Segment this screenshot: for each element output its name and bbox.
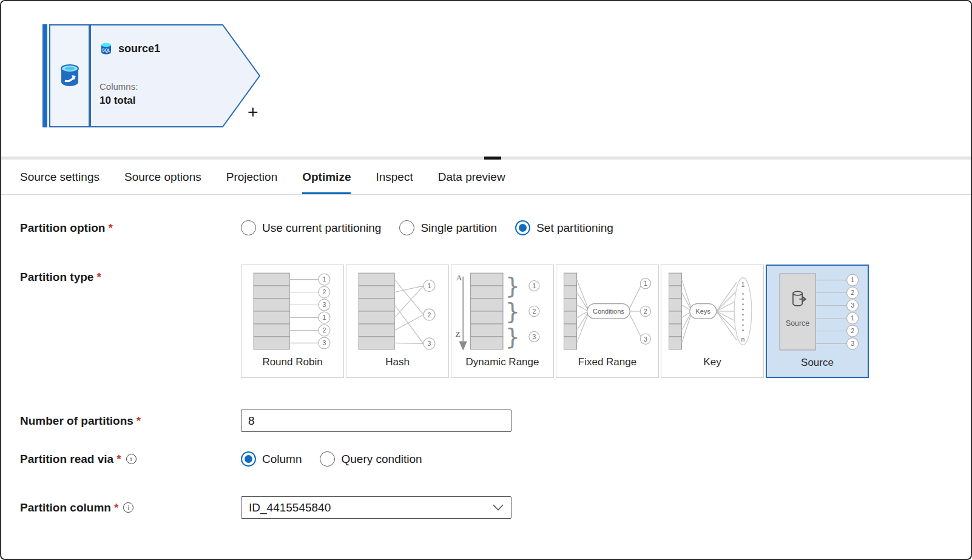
radio-circle[interactable]	[399, 220, 414, 235]
svg-text:2: 2	[532, 308, 536, 315]
required-asterisk: *	[114, 501, 118, 514]
svg-text:Keys: Keys	[696, 308, 711, 315]
tile-source-selected[interactable]: Source 1 2 3 1 2 3 Source	[766, 265, 869, 378]
tile-key[interactable]: Keys 1 n Key	[661, 265, 764, 378]
svg-text:3: 3	[644, 336, 647, 343]
svg-text:SQL: SQL	[102, 48, 110, 53]
info-icon[interactable]: i	[126, 454, 137, 464]
source-diagram: Source 1 2 3 1 2 3	[768, 268, 866, 356]
tile-round-robin[interactable]: 1 2 3 1 2 3 Round Robin	[241, 265, 344, 378]
dynamic-range-diagram: A Z } } } 1 2 3	[453, 268, 552, 355]
tile-caption: Hash	[385, 356, 410, 368]
svg-text:3: 3	[851, 302, 854, 309]
radio-circle-selected[interactable]	[515, 220, 530, 235]
svg-text:3: 3	[532, 334, 536, 340]
radio-circle-selected[interactable]	[241, 451, 256, 467]
panel-divider	[1, 157, 971, 160]
partition-read-via-row: Partition read via*i Column Query condit…	[20, 451, 971, 467]
tab-source-settings[interactable]: Source settings	[20, 160, 100, 194]
svg-text:Source: Source	[786, 319, 809, 328]
partition-read-via-label: Partition read via*i	[20, 453, 241, 466]
number-of-partitions-input[interactable]	[241, 410, 511, 432]
radio-single-partition[interactable]: Single partition	[399, 220, 497, 235]
radio-query-condition[interactable]: Query condition	[320, 451, 422, 467]
svg-text:1: 1	[427, 283, 431, 289]
svg-text:}: }	[505, 323, 520, 350]
partition-option-row: Partition option* Use current partitioni…	[20, 220, 971, 235]
source-dataset-icon	[56, 61, 84, 91]
svg-text:3: 3	[322, 340, 326, 346]
hash-diagram: 1 2 3	[348, 268, 447, 355]
partition-type-label: Partition type*	[20, 265, 241, 378]
radio-circle[interactable]	[320, 451, 335, 467]
svg-text:Conditions: Conditions	[593, 308, 624, 315]
partition-option-radios: Use current partitioning Single partitio…	[241, 220, 613, 235]
svg-text:1: 1	[741, 282, 745, 288]
panel-drag-handle[interactable]	[484, 157, 501, 160]
svg-text:2: 2	[851, 289, 854, 296]
svg-text:2: 2	[322, 289, 326, 295]
svg-text:n: n	[741, 336, 745, 343]
add-transformation-button[interactable]: +	[248, 103, 258, 121]
node-title: source1	[118, 42, 160, 55]
partition-column-row: Partition column*i ID_4415545840	[20, 496, 971, 519]
partition-column-dropdown[interactable]: ID_4415545840	[241, 496, 511, 519]
source-node[interactable]: SQL source1 Columns: 10 total	[90, 24, 261, 127]
svg-text:1: 1	[851, 315, 854, 322]
required-asterisk: *	[108, 221, 112, 234]
tile-fixed-range[interactable]: Conditions 1 2 3 Fixed Range	[556, 265, 659, 378]
sql-database-icon: SQL	[100, 41, 113, 56]
tab-optimize[interactable]: Optimize	[302, 160, 351, 194]
tab-projection[interactable]: Projection	[226, 160, 278, 194]
svg-text:3: 3	[427, 340, 431, 347]
partition-type-row: Partition type* 1	[20, 265, 971, 378]
required-asterisk: *	[137, 414, 141, 427]
svg-text:2: 2	[644, 308, 647, 315]
tile-caption: Round Robin	[262, 356, 322, 368]
required-asterisk: *	[96, 271, 101, 283]
tab-data-preview[interactable]: Data preview	[438, 160, 505, 194]
dataflow-optimize-panel: SQL source1 Columns: 10 total + Source s…	[0, 0, 972, 560]
tile-caption: Dynamic Range	[466, 356, 539, 368]
dropdown-value: ID_4415545840	[249, 501, 493, 514]
key-diagram: Keys 1 n	[663, 268, 761, 355]
info-icon[interactable]: i	[123, 502, 133, 513]
svg-text:2: 2	[427, 312, 431, 319]
svg-text:2: 2	[322, 327, 326, 334]
tab-inspect[interactable]: Inspect	[376, 160, 413, 194]
panel-tabbar: Source settings Source options Projectio…	[1, 160, 971, 195]
svg-text:Z: Z	[456, 329, 461, 339]
radio-circle[interactable]	[241, 220, 256, 235]
dataflow-canvas: SQL source1 Columns: 10 total +	[1, 1, 971, 157]
svg-text:}: }	[505, 272, 520, 299]
svg-text:}: }	[505, 298, 520, 325]
radio-column[interactable]: Column	[241, 451, 302, 467]
tile-dynamic-range[interactable]: A Z } } } 1 2 3 D	[451, 265, 554, 378]
node-columns-value: 10 total	[100, 95, 160, 107]
partition-read-via-radios: Column Query condition	[241, 451, 422, 467]
partition-type-tiles: 1 2 3 1 2 3 Round Robin	[241, 265, 869, 378]
tile-caption: Key	[703, 356, 721, 368]
optimize-form: Partition option* Use current partitioni…	[1, 220, 971, 519]
svg-text:1: 1	[644, 280, 647, 287]
round-robin-diagram: 1 2 3 1 2 3	[243, 268, 342, 355]
tile-caption: Fixed Range	[578, 356, 636, 368]
chevron-down-icon	[493, 504, 504, 511]
svg-text:2: 2	[851, 328, 854, 334]
fixed-range-diagram: Conditions 1 2 3	[558, 268, 656, 355]
required-asterisk: *	[116, 453, 121, 465]
tab-source-options[interactable]: Source options	[124, 160, 201, 194]
source-node-icon-box[interactable]	[49, 24, 90, 127]
node-text: SQL source1 Columns: 10 total	[100, 41, 160, 107]
tile-hash[interactable]: 1 2 3 Hash	[346, 265, 449, 378]
node-accent-bar	[42, 24, 47, 127]
svg-text:1: 1	[322, 314, 326, 321]
partition-option-label: Partition option*	[20, 221, 241, 235]
node-columns-label: Columns:	[100, 81, 160, 92]
svg-text:3: 3	[851, 340, 854, 347]
radio-use-current-partitioning[interactable]: Use current partitioning	[241, 220, 381, 235]
svg-text:1: 1	[851, 277, 854, 283]
svg-text:1: 1	[532, 283, 536, 289]
radio-set-partitioning[interactable]: Set partitioning	[515, 220, 613, 235]
partition-column-label: Partition column*i	[20, 501, 241, 514]
